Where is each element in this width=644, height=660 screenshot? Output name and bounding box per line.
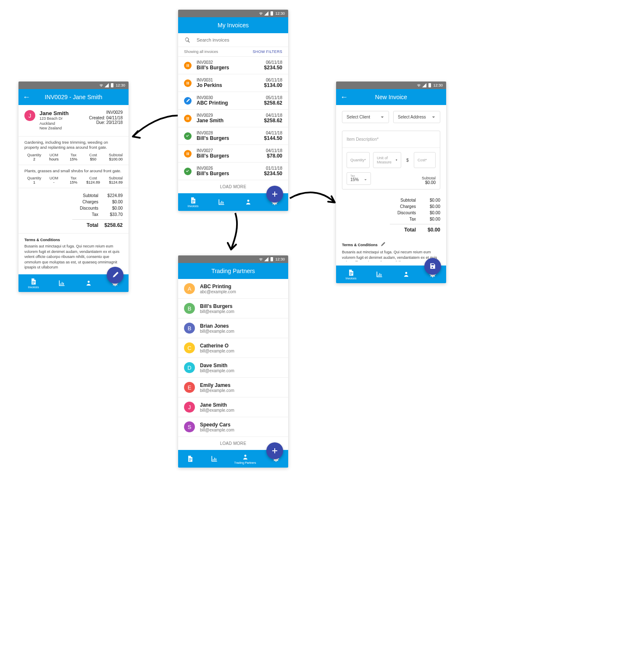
battery-icon — [110, 83, 114, 87]
pause-icon — [186, 152, 190, 156]
invoice-row[interactable]: INV0030ABC Printing 05/11/18$258.62 — [178, 92, 288, 110]
partner-avatar: S — [184, 421, 195, 432]
app-bar: Trading Partners — [178, 263, 288, 279]
line-description: Plants, grasses and small shrubs for aro… — [24, 168, 123, 174]
clock: 12:30 — [275, 11, 285, 16]
partner-row[interactable]: C Catherine Obill@example.com — [178, 338, 288, 358]
showing-label: Showing all invoices — [184, 50, 218, 54]
nav-partners[interactable]: Trading Partners — [234, 453, 256, 464]
nav-reports[interactable] — [376, 271, 383, 278]
invoice-row[interactable]: INV0032Bill's Burgers 06/11/18$234.50 — [178, 57, 288, 74]
nav-partners[interactable] — [402, 271, 410, 278]
partner-row[interactable]: E Emily Jamesbill@example.com — [178, 378, 288, 397]
battery-icon — [270, 257, 274, 261]
page-title: My Invoices — [218, 22, 249, 29]
search-icon — [184, 37, 191, 43]
partner-email: abc@example.com — [200, 289, 236, 294]
partner-row[interactable]: A ABC Printingabc@example.com — [178, 279, 288, 299]
signal-icon — [264, 257, 268, 261]
edit-terms-button[interactable] — [380, 242, 385, 248]
item-description-input[interactable]: Item Description* — [342, 131, 440, 148]
back-button[interactable]: ← — [23, 93, 30, 102]
person-icon — [242, 453, 249, 461]
search-bar[interactable] — [178, 33, 288, 47]
wifi-icon — [99, 83, 103, 87]
quantity-input[interactable]: Quantity* — [347, 152, 370, 168]
partner-email: bill@example.com — [200, 309, 234, 314]
partner-row[interactable]: D Dave Smithbill@example.com — [178, 358, 288, 378]
invoice-row[interactable]: INV0026Bill's Burgers 01/11/18$234.50 — [178, 163, 288, 180]
invoice-date: 05/11/18 — [264, 95, 282, 100]
partner-name: Emily James — [200, 382, 234, 388]
app-bar: ← INV0029 - Jane Smith — [18, 89, 129, 105]
caret-down-icon — [364, 178, 367, 181]
nav-reports[interactable] — [58, 279, 66, 287]
tax-select[interactable]: Tax 15% — [347, 172, 371, 185]
pause-icon — [186, 63, 190, 68]
battery-icon — [428, 83, 432, 87]
wifi-icon — [259, 11, 263, 16]
save-icon — [429, 263, 436, 270]
nav-invoices[interactable]: Invoices — [28, 278, 39, 289]
back-button[interactable]: ← — [340, 93, 348, 102]
partner-avatar: D — [184, 362, 195, 373]
totals-block: Subtotal$224.89 Charges$0.00 Discounts$0… — [18, 188, 129, 234]
partner-name: Bill's Burgers — [200, 303, 234, 309]
uom-select[interactable]: Unit of Measure — [373, 152, 401, 168]
invoice-row[interactable]: INV0031Jo Perkins 06/11/18$134.00 — [178, 74, 288, 92]
show-filters-button[interactable]: SHOW FILTERS — [253, 50, 282, 54]
flow-arrow-icon — [288, 186, 338, 211]
document-icon — [30, 278, 37, 285]
partner-email: bill@example.com — [200, 388, 234, 393]
nav-partners[interactable] — [244, 198, 252, 206]
app-bar: ← New Invoice — [336, 89, 446, 105]
partner-name: Speedy Cars — [200, 422, 234, 428]
fab-add-invoice[interactable] — [266, 186, 283, 202]
pause-icon — [186, 116, 190, 121]
line-item: Gardening, including tree trimming, weed… — [18, 137, 129, 165]
chart-icon — [210, 455, 218, 463]
partner-avatar: B — [184, 323, 195, 334]
nav-invoices[interactable]: Invoices — [188, 197, 199, 208]
status-bar: 12:30 — [18, 82, 129, 89]
chart-icon — [376, 271, 383, 278]
nav-partners[interactable] — [85, 279, 92, 287]
partner-row[interactable]: J Jane Smithbill@example.com — [178, 397, 288, 417]
partner-name: Jane Smith — [200, 402, 234, 408]
fab-edit-invoice[interactable] — [107, 267, 124, 284]
partner-avatar: J — [184, 402, 195, 413]
nav-invoices[interactable] — [187, 455, 194, 463]
page-title: New Invoice — [375, 94, 407, 100]
invoice-amount: $234.50 — [264, 171, 282, 176]
search-input[interactable] — [197, 37, 282, 42]
nav-reports[interactable] — [218, 198, 225, 206]
invoice-row[interactable]: INV0029Jane Smith 04/11/18$258.62 — [178, 110, 288, 127]
nav-reports[interactable] — [210, 455, 218, 463]
due-date: Due: 20/12/18 — [89, 120, 123, 125]
pencil-icon — [112, 272, 118, 279]
created-date: Created: 04/11/18 — [89, 116, 123, 120]
invoice-row[interactable]: INV0027Bill's Burgers 04/11/18$78.00 — [178, 145, 288, 163]
invoice-amount: $234.50 — [264, 65, 282, 71]
status-bar: 12:30 — [336, 82, 446, 89]
fab-save-invoice[interactable] — [424, 258, 441, 275]
partner-row[interactable]: S Speedy Carsbill@example.com — [178, 417, 288, 437]
fab-add-partner[interactable] — [266, 442, 283, 459]
invoice-row[interactable]: INV0028Bill's Burgers 04/11/18$144.50 — [178, 127, 288, 145]
invoice-date: 04/11/18 — [264, 131, 282, 135]
status-bar: 12:30 — [178, 255, 288, 263]
document-icon — [187, 455, 194, 463]
cost-input[interactable]: Cost* — [414, 152, 436, 168]
select-client[interactable]: Select Client — [342, 111, 389, 123]
select-address[interactable]: Select Address — [393, 111, 440, 123]
caret-down-icon — [431, 115, 436, 119]
status-badge — [184, 132, 192, 140]
invoice-client: ABC Printing — [197, 100, 264, 106]
wifi-icon — [259, 257, 263, 261]
partner-row[interactable]: B Brian Jonesbill@example.com — [178, 318, 288, 338]
document-icon — [189, 197, 197, 204]
partner-row[interactable]: B Bill's Burgersbill@example.com — [178, 299, 288, 318]
total-value: $0.00 — [420, 226, 440, 234]
nav-invoices[interactable]: Invoices — [346, 269, 357, 280]
partner-email: bill@example.com — [200, 329, 234, 334]
